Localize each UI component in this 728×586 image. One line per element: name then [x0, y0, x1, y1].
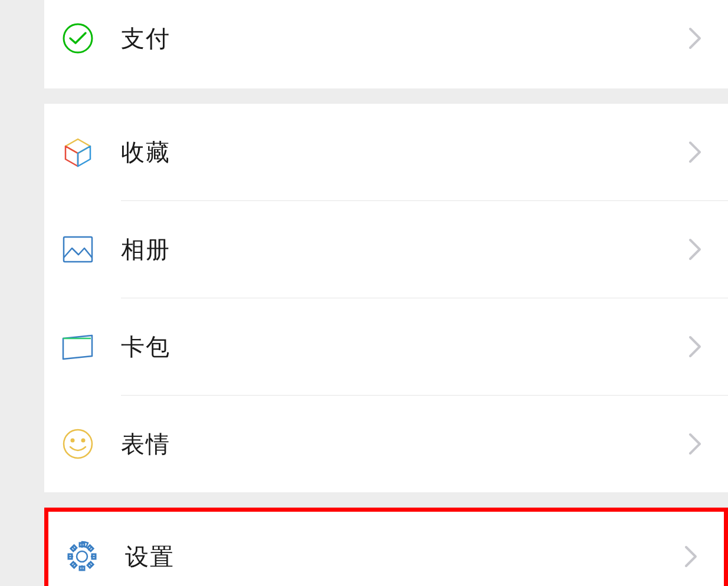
smiley-icon [61, 427, 95, 461]
section-tools: 收藏 相册 [44, 104, 728, 492]
chevron-right-icon [688, 27, 701, 50]
list-item-label: 设置 [125, 541, 684, 573]
svg-point-3 [71, 439, 75, 443]
list-item-label: 卡包 [121, 331, 688, 363]
list-item-pay[interactable]: 支付 [44, 0, 728, 88]
chevron-right-icon [684, 545, 697, 568]
image-icon [61, 232, 95, 266]
section-pay: 支付 [44, 0, 728, 88]
list-item-sticker[interactable]: 表情 [44, 396, 728, 492]
section-divider [44, 88, 728, 104]
svg-point-4 [81, 439, 86, 443]
section-settings: 设置 [44, 508, 728, 586]
cube-icon [61, 135, 95, 169]
svg-rect-1 [64, 237, 92, 262]
chevron-right-icon [688, 141, 701, 163]
chevron-right-icon [688, 433, 701, 455]
chevron-right-icon [688, 335, 701, 358]
wallet-icon [61, 330, 95, 364]
svg-point-2 [64, 430, 92, 458]
svg-point-5 [77, 551, 87, 562]
svg-point-0 [64, 24, 92, 52]
list-item-favorites[interactable]: 收藏 [44, 104, 728, 200]
list-item-card-pack[interactable]: 卡包 [44, 298, 728, 395]
list-item-album[interactable]: 相册 [44, 201, 728, 298]
section-divider [44, 492, 728, 508]
list-item-label: 相册 [121, 233, 688, 266]
wechat-pay-icon [61, 21, 95, 55]
list-item-label: 表情 [121, 428, 688, 460]
chevron-right-icon [688, 238, 701, 261]
list-item-label: 支付 [121, 22, 688, 55]
list-item-label: 收藏 [121, 136, 688, 169]
list-item-settings[interactable]: 设置 [48, 512, 724, 586]
gear-icon [65, 539, 99, 574]
